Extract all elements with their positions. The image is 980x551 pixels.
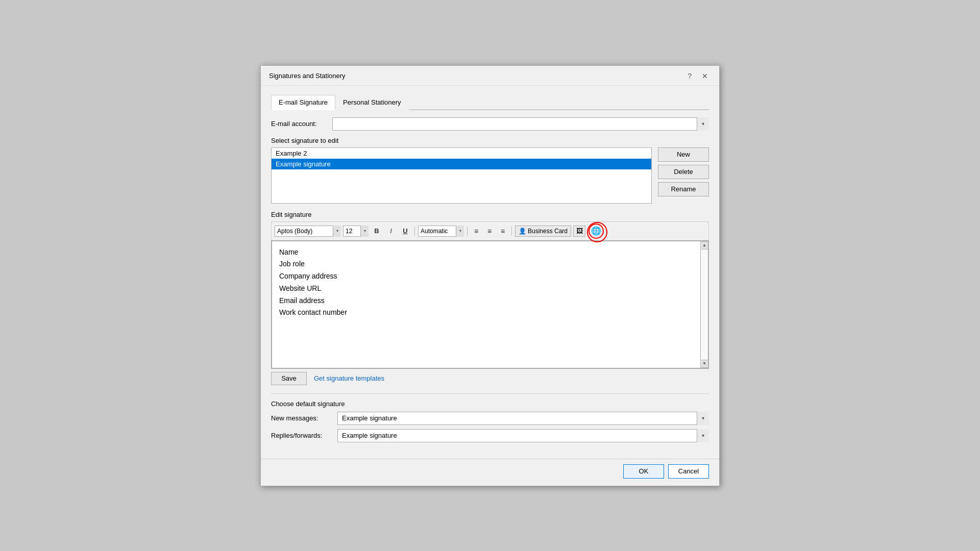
new-messages-label: New messages: (271, 414, 337, 422)
rename-button[interactable]: Rename (658, 182, 709, 196)
dialog-body: E-mail Signature Personal Stationery E-m… (261, 86, 719, 459)
delete-button[interactable]: Delete (658, 165, 709, 179)
close-button[interactable]: ✕ (699, 71, 711, 81)
ok-button[interactable]: OK (623, 464, 664, 479)
sig-action-buttons: New Delete Rename (658, 147, 709, 204)
business-card-button[interactable]: 👤 Business Card (515, 226, 571, 237)
title-bar-controls: ? ✕ (684, 71, 711, 81)
edit-area-container: Name Job role Company address Website UR… (271, 240, 709, 369)
align-right-button[interactable]: ≡ (497, 226, 508, 237)
edit-signature-label: Edit signature (271, 211, 709, 218)
toolbar-divider-1 (414, 227, 415, 236)
template-link[interactable]: Get signature templates (314, 374, 384, 382)
font-select[interactable]: Aptos (Body) (275, 226, 341, 237)
size-select[interactable]: 12 (343, 226, 369, 237)
business-card-label: Business Card (528, 228, 568, 235)
email-account-label: E-mail account: (271, 120, 332, 128)
edit-scrollbar[interactable]: ▲ ▼ (700, 241, 708, 368)
size-select-wrap: 12 ▾ (343, 226, 369, 237)
sig-list-item-1[interactable]: Example signature (272, 159, 651, 169)
replies-forwards-select-wrap: Example signature ▾ (337, 429, 709, 442)
title-bar: Signatures and Stationery ? ✕ (261, 66, 719, 86)
default-signature-section: Choose default signature New messages: E… (271, 393, 709, 442)
hyperlink-button[interactable]: 🌐 (589, 223, 604, 239)
scroll-down-button[interactable]: ▼ (700, 360, 708, 368)
align-center-button[interactable]: ≡ (484, 226, 495, 237)
tab-personal-stationery[interactable]: Personal Stationery (335, 95, 408, 110)
new-messages-select[interactable]: Example signature (337, 412, 709, 425)
color-select-wrap: Automatic ▾ (418, 226, 464, 237)
italic-button[interactable]: I (385, 226, 397, 237)
sig-list-item-0[interactable]: Example 2 (272, 148, 651, 159)
signatures-stationery-dialog: Signatures and Stationery ? ✕ E-mail Sig… (260, 65, 720, 486)
business-card-icon: 👤 (519, 228, 526, 235)
signature-editor[interactable]: Name Job role Company address Website UR… (272, 241, 700, 368)
underline-button[interactable]: U (399, 226, 411, 237)
font-select-wrap: Aptos (Body) ▾ (275, 226, 341, 237)
bold-button[interactable]: B (371, 226, 383, 237)
new-messages-select-wrap: Example signature ▾ (337, 412, 709, 425)
email-account-select[interactable] (332, 117, 709, 131)
globe-icon: 🌐 (591, 226, 601, 236)
tabs: E-mail Signature Personal Stationery (271, 94, 709, 110)
dialog-footer: OK Cancel (261, 459, 719, 486)
default-sig-title: Choose default signature (271, 400, 709, 408)
sig-select-area: Example 2 Example signature New Delete R… (271, 147, 709, 204)
replies-forwards-label: Replies/forwards: (271, 432, 337, 439)
scroll-track (701, 249, 708, 360)
email-account-select-wrap: ▾ (332, 117, 709, 131)
edit-toolbar: Aptos (Body) ▾ 12 ▾ B I U Automatic ▾ (271, 221, 709, 240)
new-messages-row: New messages: Example signature ▾ (271, 412, 709, 425)
select-signature-label: Select signature to edit (271, 137, 709, 144)
cancel-button[interactable]: Cancel (668, 464, 709, 479)
sig-list[interactable]: Example 2 Example signature (271, 147, 652, 204)
align-left-button[interactable]: ≡ (471, 226, 482, 237)
picture-button[interactable]: 🖼 (573, 226, 585, 237)
dialog-title: Signatures and Stationery (269, 72, 346, 80)
save-row: Save Get signature templates (271, 372, 709, 385)
toolbar-divider-3 (511, 227, 512, 236)
replies-forwards-select[interactable]: Example signature (337, 429, 709, 442)
picture-icon: 🖼 (576, 227, 583, 235)
help-button[interactable]: ? (684, 71, 695, 81)
color-select[interactable]: Automatic (418, 226, 464, 237)
tab-email-signature[interactable]: E-mail Signature (271, 95, 335, 110)
scroll-up-button[interactable]: ▲ (700, 241, 708, 249)
replies-forwards-row: Replies/forwards: Example signature ▾ (271, 429, 709, 442)
tab-email-signature-label: E-mail Signature (279, 98, 328, 106)
email-account-row: E-mail account: ▾ (271, 117, 709, 131)
tab-personal-stationery-label: Personal Stationery (343, 98, 401, 106)
toolbar-divider-2 (467, 227, 468, 236)
new-button[interactable]: New (658, 147, 709, 162)
save-button[interactable]: Save (271, 372, 307, 385)
